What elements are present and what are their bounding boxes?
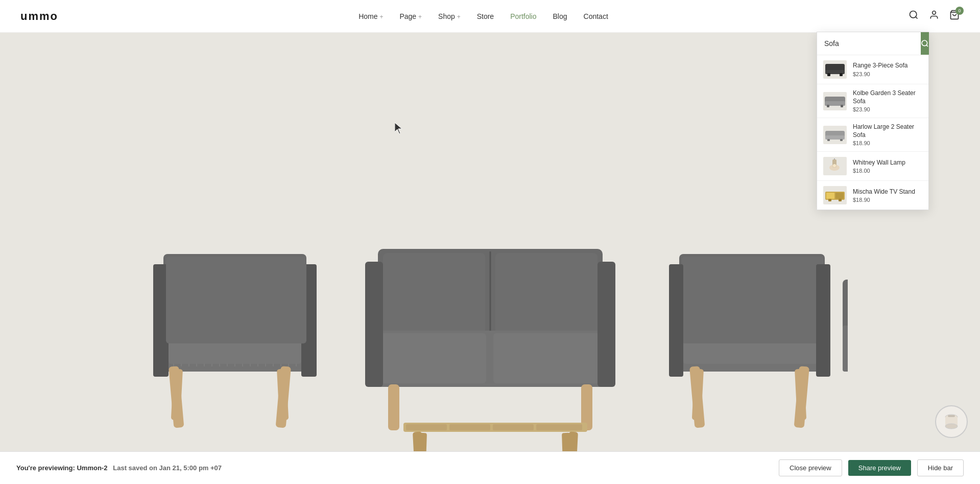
svg-rect-38 — [493, 333, 601, 383]
svg-rect-108 — [828, 199, 831, 201]
result-price: $18.90 — [853, 140, 922, 146]
svg-rect-72 — [682, 257, 824, 343]
result-thumbnail — [823, 186, 847, 204]
close-preview-button[interactable]: Close preview — [779, 459, 842, 476]
search-result-item[interactable]: Whitney Wall Lamp $18.00 — [817, 152, 928, 181]
result-info: Whitney Wall Lamp $18.00 — [853, 159, 922, 174]
search-icon[interactable] — [909, 10, 919, 22]
result-thumbnail — [823, 92, 847, 110]
result-thumbnail — [823, 60, 847, 79]
svg-point-2 — [933, 11, 936, 15]
preview-actions: Close preview Share preview Hide bar — [779, 459, 964, 476]
svg-rect-80 — [843, 326, 848, 372]
svg-rect-37 — [379, 333, 486, 383]
svg-rect-44 — [406, 424, 447, 430]
svg-rect-39 — [365, 262, 383, 387]
account-icon[interactable] — [929, 10, 939, 22]
result-name: Whitney Wall Lamp — [853, 159, 922, 167]
svg-point-112 — [945, 424, 958, 429]
svg-rect-92 — [840, 73, 843, 76]
nav-item-portfolio[interactable]: Portfolio — [510, 12, 536, 21]
svg-rect-91 — [827, 73, 830, 76]
result-price: $18.90 — [853, 197, 922, 203]
search-dropdown: Range 3-Piece Sofa $23.90 Kolbe Garden 3… — [817, 32, 929, 210]
search-result-item[interactable]: Kolbe Garden 3 Seater Sofa $23.90 — [817, 84, 928, 118]
svg-rect-95 — [827, 105, 829, 107]
search-submit-button[interactable] — [921, 32, 929, 55]
result-info: Mischa Wide TV Stand $18.90 — [853, 188, 922, 203]
result-thumbnail — [823, 126, 847, 144]
nav-item-store[interactable]: Store — [477, 12, 494, 21]
search-result-item[interactable]: Range 3-Piece Sofa $23.90 — [817, 55, 928, 84]
svg-rect-98 — [825, 135, 845, 140]
svg-point-87 — [922, 40, 927, 46]
result-name: Harlow Large 2 Seater Sofa — [853, 123, 922, 139]
result-price: $23.90 — [853, 106, 922, 112]
previewing-label: You're previewing: — [16, 464, 75, 472]
svg-rect-106 — [826, 193, 834, 199]
search-input-row — [817, 32, 928, 55]
site-logo[interactable]: ummo — [20, 10, 58, 23]
theme-name: Ummon-2 — [77, 464, 107, 472]
search-result-item[interactable]: Harlow Large 2 Seater Sofa $18.90 — [817, 118, 928, 152]
result-name: Range 3-Piece Sofa — [853, 62, 922, 70]
preview-bar: You're previewing: Ummon-2 Last saved on… — [0, 451, 980, 484]
result-thumbnail — [823, 157, 847, 175]
nav-item-shop[interactable]: Shop + — [438, 12, 461, 21]
cart-badge: 0 — [955, 7, 964, 15]
floating-preview-icon[interactable] — [935, 405, 968, 438]
svg-rect-45 — [449, 424, 490, 430]
search-input[interactable] — [817, 33, 921, 54]
svg-rect-96 — [841, 105, 843, 107]
svg-point-103 — [833, 164, 836, 167]
result-info: Range 3-Piece Sofa $23.90 — [853, 62, 922, 77]
nav-item-blog[interactable]: Blog — [553, 12, 567, 21]
result-price: $23.90 — [853, 71, 922, 77]
svg-line-88 — [926, 45, 928, 47]
svg-rect-47 — [536, 424, 582, 430]
result-info: Harlow Large 2 Seater Sofa $18.90 — [853, 123, 922, 146]
furniture-scene — [133, 126, 848, 484]
svg-rect-109 — [839, 199, 842, 201]
svg-rect-74 — [816, 264, 830, 377]
svg-rect-100 — [840, 139, 843, 141]
search-result-item[interactable]: Mischa Wide TV Stand $18.90 — [817, 181, 928, 210]
last-saved-text: Last saved on Jan 21, 5:00 pm +07 — [109, 464, 222, 472]
cart-icon[interactable]: 0 — [949, 10, 960, 22]
result-name: Mischa Wide TV Stand — [853, 188, 922, 196]
nav-item-page[interactable]: Page + — [399, 12, 422, 21]
result-price: $18.00 — [853, 168, 922, 174]
svg-point-0 — [910, 11, 916, 18]
share-preview-button[interactable]: Share preview — [848, 460, 911, 476]
svg-rect-46 — [493, 424, 534, 430]
svg-rect-40 — [597, 262, 615, 387]
svg-rect-27 — [166, 257, 306, 343]
site-header: ummo Home + Page + Shop + Store Portfoli… — [0, 0, 980, 33]
svg-rect-73 — [669, 264, 683, 377]
result-info: Kolbe Garden 3 Seater Sofa $23.90 — [853, 89, 922, 112]
nav-item-contact[interactable]: Contact — [584, 12, 608, 21]
svg-rect-107 — [835, 193, 844, 199]
preview-info: You're previewing: Ummon-2 Last saved on… — [16, 464, 222, 472]
svg-rect-99 — [827, 139, 830, 141]
hide-bar-button[interactable]: Hide bar — [917, 459, 964, 476]
svg-rect-113 — [948, 415, 955, 417]
svg-rect-41 — [388, 384, 399, 430]
result-name: Kolbe Garden 3 Seater Sofa — [853, 89, 922, 105]
svg-line-1 — [916, 17, 918, 19]
header-icons: 0 — [909, 10, 960, 22]
main-nav: Home + Page + Shop + Store Portfolio Blo… — [358, 12, 608, 21]
nav-item-home[interactable]: Home + — [358, 12, 383, 21]
